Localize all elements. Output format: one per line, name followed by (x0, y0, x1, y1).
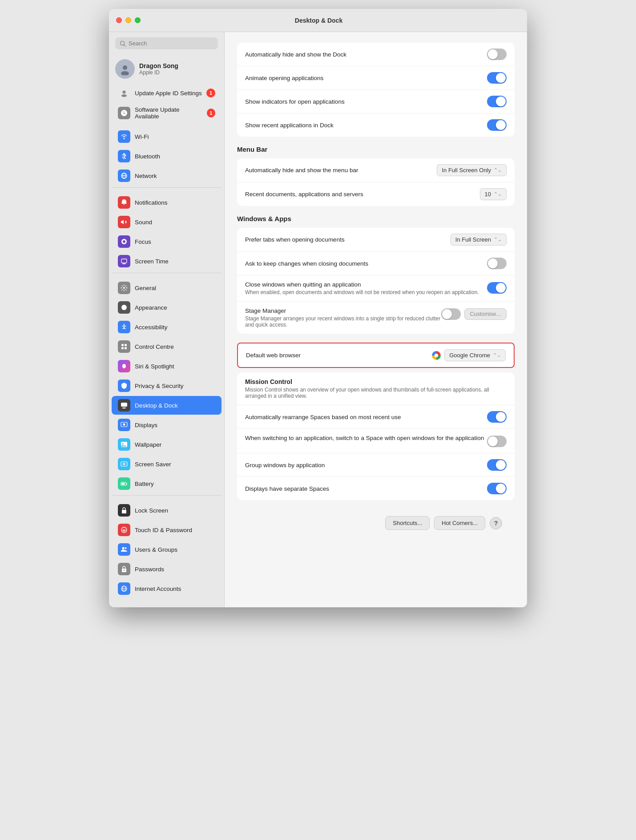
auto-hide-dock-toggle[interactable] (487, 48, 507, 60)
stage-manager-toggle[interactable] (441, 308, 461, 320)
wifi-icon (118, 130, 130, 143)
sidebar-item-screen-time[interactable]: Screen Time (112, 252, 221, 271)
sidebar-label-appearance: Appearance (135, 304, 167, 311)
sidebar-item-screen-saver[interactable]: Screen Saver (112, 455, 221, 473)
prefer-tabs-row: Prefer tabs when opening documents In Fu… (237, 228, 515, 252)
close-windows-toggle[interactable] (487, 282, 507, 294)
close-windows-row: Close windows when quitting an applicati… (237, 275, 515, 302)
sidebar-item-software-update[interactable]: Software Update Available 1 (112, 103, 221, 123)
svg-point-4 (123, 91, 126, 94)
sidebar-item-network[interactable]: Network (112, 166, 221, 185)
chrome-logo-icon (432, 351, 441, 360)
recent-docs-select[interactable]: 10 ⌃⌄ (480, 188, 507, 200)
hot-corners-button[interactable]: Hot Corners... (434, 516, 485, 530)
switch-space-toggle[interactable] (487, 436, 507, 447)
auto-rearrange-row: Automatically rearrange Spaces based on … (237, 405, 515, 429)
chevron-up-down-icon-2: ⌃⌄ (494, 191, 502, 197)
sidebar-item-touch-id[interactable]: Touch ID & Password (112, 521, 221, 539)
auto-hide-menubar-select[interactable]: In Full Screen Only ⌃⌄ (437, 164, 507, 176)
show-indicators-toggle[interactable] (487, 96, 507, 107)
sidebar-item-control-centre[interactable]: Control Centre (112, 337, 221, 356)
internet-accounts-icon (118, 582, 130, 595)
sidebar-label-notifications: Notifications (135, 199, 168, 206)
sidebar-label-network: Network (135, 173, 157, 179)
shortcuts-button[interactable]: Shortcuts... (385, 516, 430, 530)
sidebar-item-accessibility[interactable]: Accessibility (112, 318, 221, 336)
ask-keep-changes-toggle[interactable] (487, 258, 507, 269)
svg-rect-14 (125, 344, 127, 346)
sidebar-item-bluetooth[interactable]: Bluetooth (112, 147, 221, 166)
sidebar-item-appearance[interactable]: Appearance (112, 298, 221, 317)
sidebar-item-displays[interactable]: Displays (112, 416, 221, 434)
user-name: Dragon Song (139, 62, 178, 69)
sidebar-item-battery[interactable]: Battery (112, 474, 221, 493)
sidebar-item-sound[interactable]: Sound (112, 213, 221, 231)
separate-spaces-row: Displays have separate Spaces (237, 477, 515, 500)
dock-card: Automatically hide and show the Dock Ani… (237, 43, 515, 137)
window-title: Desktop & Dock (117, 17, 520, 24)
switch-space-row: When switching to an application, switch… (237, 429, 515, 453)
search-icon (120, 40, 126, 47)
stage-manager-label: Stage Manager (245, 307, 441, 314)
sidebar-item-passwords[interactable]: Passwords (112, 560, 221, 578)
sidebar-item-users-groups[interactable]: Users & Groups (112, 540, 221, 559)
show-recent-toggle[interactable] (487, 119, 507, 131)
stage-manager-content: Stage Manager Stage Manager arranges you… (245, 307, 441, 328)
sidebar-item-general[interactable]: General (112, 279, 221, 297)
accessibility-icon (118, 321, 130, 333)
sidebar-label-touch-id: Touch ID & Password (135, 527, 192, 533)
sidebar-item-wifi[interactable]: Wi-Fi (112, 127, 221, 146)
bottom-buttons: Shortcuts... Hot Corners... ? (237, 509, 515, 537)
sidebar-label-general: General (135, 285, 156, 291)
user-section[interactable]: Dragon Song Apple ID (109, 55, 224, 83)
appearance-icon (118, 301, 130, 314)
svg-point-30 (125, 547, 127, 549)
default-browser-value: Google Chrome (449, 352, 490, 359)
prefer-tabs-select[interactable]: In Full Screen ⌃⌄ (451, 234, 507, 246)
svg-point-3 (121, 71, 129, 75)
prefer-tabs-value: In Full Screen (455, 236, 491, 243)
sidebar-item-update-apple-id[interactable]: Update Apple ID Settings 1 (112, 84, 221, 102)
prefer-tabs-label: Prefer tabs when opening documents (245, 236, 451, 243)
desktop-dock-icon (118, 399, 130, 412)
close-windows-label: Close windows when quitting an applicati… (245, 281, 487, 288)
sidebar-item-internet-accounts[interactable]: Internet Accounts (112, 579, 221, 598)
auto-rearrange-label: Automatically rearrange Spaces based on … (245, 414, 487, 420)
sidebar-item-privacy-security[interactable]: Privacy & Security (112, 376, 221, 395)
sidebar-item-siri-spotlight[interactable]: Siri & Spotlight (112, 357, 221, 376)
mission-control-section: Mission Control Mission Control shows an… (237, 372, 515, 500)
svg-rect-27 (122, 510, 126, 513)
mission-control-title: Mission Control (245, 378, 507, 385)
sidebar-item-desktop-dock[interactable]: Desktop & Dock (112, 396, 221, 415)
recent-docs-row: Recent documents, applications and serve… (237, 182, 515, 206)
close-windows-sublabel: When enabled, open documents and windows… (245, 289, 487, 295)
auto-hide-dock-label: Automatically hide and show the Dock (245, 51, 487, 58)
sidebar-item-focus[interactable]: Focus (112, 232, 221, 251)
stage-manager-sublabel: Stage Manager arranges your recent windo… (245, 315, 441, 328)
svg-rect-18 (121, 403, 127, 407)
windows-apps-section-title: Windows & Apps (237, 215, 515, 222)
bluetooth-icon (118, 150, 130, 162)
help-button[interactable]: ? (490, 517, 502, 529)
separate-spaces-toggle[interactable] (487, 483, 507, 494)
search-input[interactable] (129, 40, 213, 47)
svg-point-21 (123, 424, 125, 426)
sidebar-item-notifications[interactable]: Notifications (112, 193, 221, 212)
sidebar: Dragon Song Apple ID Update Apple ID Set… (109, 32, 225, 607)
update-apple-id-icon (118, 87, 130, 99)
auto-rearrange-toggle[interactable] (487, 411, 507, 423)
sidebar-item-lock-screen[interactable]: Lock Screen (112, 501, 221, 520)
sidebar-label-users-groups: Users & Groups (135, 546, 177, 553)
customise-button[interactable]: Customise... (464, 308, 507, 320)
group-windows-toggle[interactable] (487, 459, 507, 471)
sidebar-item-wallpaper[interactable]: Wallpaper (112, 435, 221, 454)
search-box[interactable] (115, 37, 218, 49)
software-update-label: Software Update Available (135, 106, 202, 120)
animate-opening-toggle[interactable] (487, 72, 507, 84)
default-browser-select[interactable]: Google Chrome ⌃⌄ (444, 349, 506, 361)
sidebar-label-internet-accounts: Internet Accounts (135, 586, 181, 592)
search-container (109, 32, 224, 55)
chevron-up-down-icon: ⌃⌄ (494, 167, 502, 173)
sidebar-label-accessibility: Accessibility (135, 324, 168, 331)
sidebar-label-bluetooth: Bluetooth (135, 153, 160, 160)
